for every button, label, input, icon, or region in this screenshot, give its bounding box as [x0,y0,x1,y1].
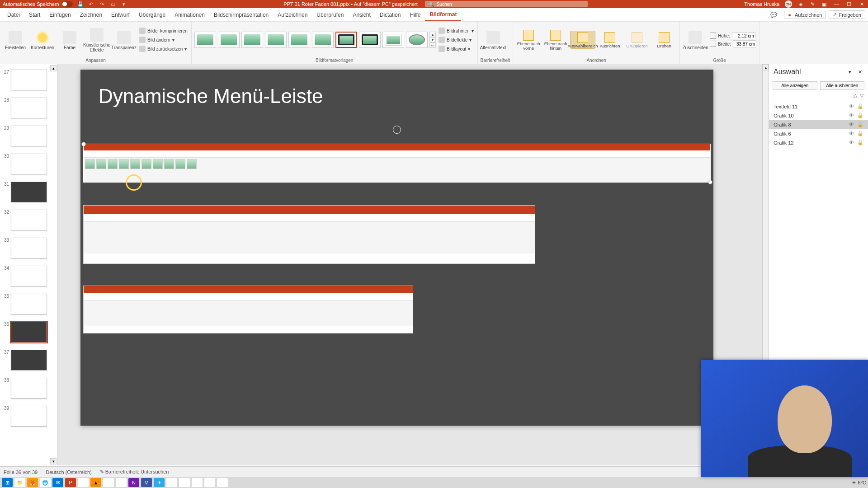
tab-datei[interactable]: Datei [3,8,24,21]
slide[interactable]: Dynamische Menü-Leiste [80,70,713,426]
tb-outlook-icon[interactable]: ✉ [52,478,63,487]
tab-hilfe[interactable]: Hilfe [405,8,425,21]
tb-app-7-icon[interactable] [204,478,215,487]
lock-icon[interactable]: 🔓 [857,140,863,146]
tab-entwurf[interactable]: Entwurf [107,8,134,21]
tab-zeichnen[interactable]: Zeichnen [75,8,107,21]
thumbnail-27[interactable]: 27 [0,66,57,94]
width-field[interactable]: Breite: [710,40,756,47]
thumbnail-30[interactable]: 30 [0,150,57,178]
tab-bildformat[interactable]: Bildformat [425,8,461,21]
picture-style-4[interactable] [265,32,287,48]
tb-vlc-icon[interactable]: ▲ [90,478,101,487]
tb-app-1-icon[interactable] [78,478,89,487]
tb-app-4-icon[interactable] [166,478,177,487]
hide-all-button[interactable]: Alle ausblenden [820,81,865,90]
picture-effects-button[interactable]: Bildeffekte ▾ [438,36,475,44]
visibility-icon[interactable]: 👁 [849,122,855,128]
slideshow-icon[interactable]: ▭ [110,1,116,7]
picture-style-2[interactable] [218,32,240,48]
thumbnail-36[interactable]: 36 [0,318,57,346]
weather-widget[interactable]: ☀6°C [852,480,866,486]
pane-close-icon[interactable]: ✕ [856,68,863,75]
align-button[interactable]: Ausrichten [597,31,623,48]
thumbnail-31[interactable]: 31 [0,178,57,206]
lock-icon[interactable]: 🔓 [857,122,863,128]
transparency-button[interactable]: Transparenz [111,30,137,50]
tb-app-6-icon[interactable] [192,478,203,487]
selection-item[interactable]: Grafik 10👁🔓 [769,111,868,120]
bring-forward-button[interactable]: Ebene nach vorne [516,29,541,51]
tb-explorer-icon[interactable]: 📁 [14,478,25,487]
lock-icon[interactable]: 🔓 [857,103,863,110]
artistic-effects-button[interactable]: Künstlerische Effekte [84,27,109,52]
crop-button[interactable]: Zuschneiden [683,30,708,50]
slide-thumbnails[interactable]: ▴ 27282930313233343536373839 ▾ [0,64,58,465]
thumbnail-33[interactable]: 33 [0,234,57,262]
tab-überprüfen[interactable]: Überprüfen [312,8,348,21]
selection-item[interactable]: Grafik 8👁🔓 [769,120,868,129]
tb-telegram-icon[interactable]: ✈ [154,478,165,487]
gallery-more[interactable]: ▴▾⋯ [429,32,436,48]
tb-app-5-icon[interactable] [179,478,190,487]
minimize-button[interactable]: — [833,1,840,7]
compress-pictures-button[interactable]: Bilder komprimieren [138,27,189,35]
picture-style-1[interactable] [194,32,216,48]
height-field[interactable]: Höhe: [710,32,756,39]
picture-style-8[interactable] [359,32,381,48]
move-down-icon[interactable]: ▽ [860,93,863,99]
move-up-icon[interactable]: △ [854,93,857,99]
selection-item[interactable]: Grafik 12👁🔓 [769,138,868,147]
undo-icon[interactable]: ↶ [88,1,94,7]
thumb-scroll-down[interactable]: ▾ [50,458,57,465]
group-button[interactable]: Gruppieren [624,31,650,48]
thumbnail-37[interactable]: 37 [0,346,57,374]
picture-style-9[interactable] [382,32,404,48]
rotate-button[interactable]: Drehen [651,31,677,48]
start-button[interactable]: ⊞ [2,478,13,487]
user-avatar[interactable]: TH [785,0,792,8]
slide-image-2[interactable] [83,205,535,264]
redo-icon[interactable]: ↷ [99,1,105,7]
tab-einfügen[interactable]: Einfügen [45,8,75,21]
thumbnail-35[interactable]: 35 [0,290,57,318]
tab-animationen[interactable]: Animationen [170,8,209,21]
record-button[interactable]: Aufzeichnen [784,11,826,19]
thumbnail-28[interactable]: 28 [0,94,57,122]
lock-icon[interactable]: 🔓 [857,113,863,119]
user-name[interactable]: Thomas Hruska [744,1,779,7]
slide-image-3[interactable] [83,286,413,333]
tab-ansicht[interactable]: Ansicht [348,8,375,21]
selection-item[interactable]: Grafik 6👁🔓 [769,129,868,138]
document-title[interactable]: PPT 01 Roter Faden 001.pptx • Auf "diese… [283,1,417,7]
tb-onenote-icon[interactable]: N [128,478,139,487]
alt-text-button[interactable]: Alternativtext [481,30,506,50]
picture-style-7[interactable] [335,32,357,48]
thumb-scroll-up[interactable]: ▴ [50,65,57,71]
thumbnail-29[interactable]: 29 [0,122,57,150]
picture-layout-button[interactable]: Bildlayout ▾ [438,45,475,53]
tab-bildschirmpräsentation[interactable]: Bildschirmpräsentation [209,8,273,21]
autosave-switch-icon[interactable] [62,1,73,7]
thumbnail-38[interactable]: 38 [0,374,57,402]
tab-aufzeichnen[interactable]: Aufzeichnen [273,8,312,21]
tb-app-8-icon[interactable] [217,478,228,487]
visibility-icon[interactable]: 👁 [849,103,855,110]
autosave-toggle[interactable]: Automatisches Speichern [3,1,73,7]
lock-icon[interactable]: 🔓 [857,131,863,137]
selected-image[interactable] [83,144,711,183]
tb-firefox-icon[interactable]: 🦊 [27,478,38,487]
qat-more-icon[interactable]: ▾ [121,1,127,7]
picture-style-6[interactable] [312,32,334,48]
share-button[interactable]: ↗Freigeben [829,10,865,19]
color-button[interactable]: Farbe [57,30,82,50]
visibility-icon[interactable]: 👁 [849,140,855,146]
selection-item[interactable]: Textfeld 11👁🔓 [769,102,868,111]
window-icon[interactable]: ▣ [821,1,827,7]
tb-app-3-icon[interactable] [116,478,127,487]
pen-icon[interactable]: ✎ [809,1,816,7]
send-backward-button[interactable]: Ebene nach hinten [543,29,568,51]
picture-style-10[interactable] [406,32,428,48]
thumbnail-32[interactable]: 32 [0,206,57,234]
picture-style-3[interactable] [241,32,263,48]
